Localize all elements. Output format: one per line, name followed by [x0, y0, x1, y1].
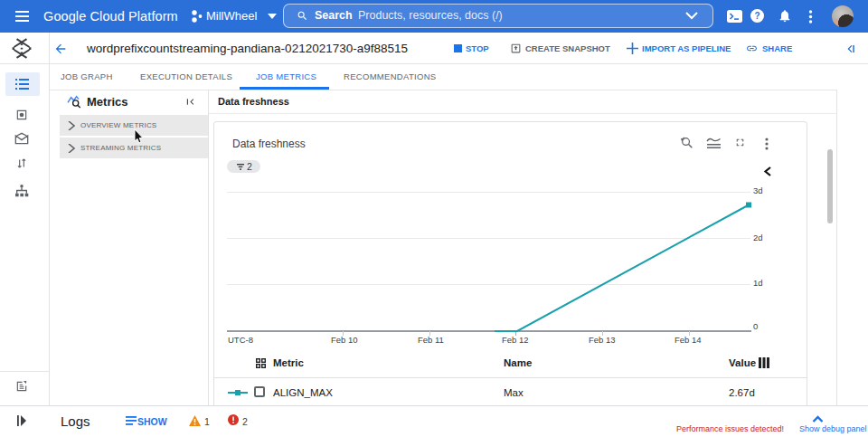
svg-text:?: ? [754, 11, 760, 21]
